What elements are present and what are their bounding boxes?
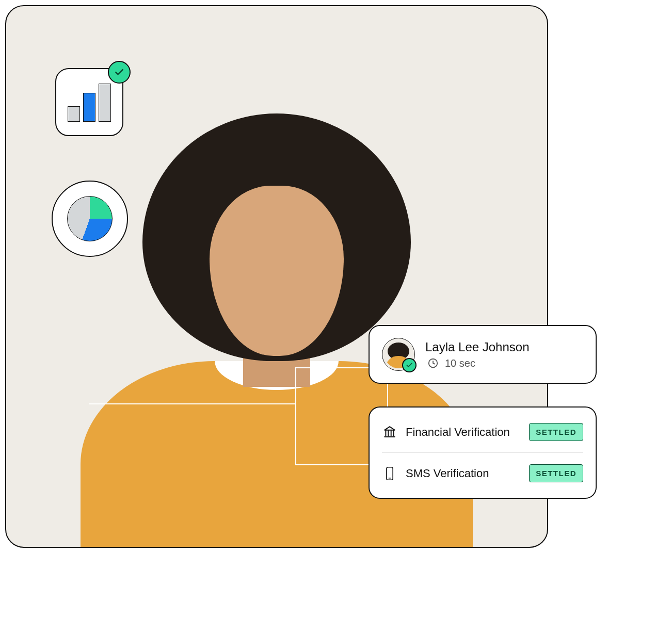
avatar xyxy=(382,338,415,371)
clock-icon xyxy=(425,357,441,369)
pie-chart-card xyxy=(52,181,128,257)
verification-row-financial: Financial Verification SETTLED xyxy=(382,412,583,452)
verification-label: SMS Verification xyxy=(406,467,489,480)
user-time: 10 sec xyxy=(425,357,530,369)
verification-row-sms: SMS Verification SETTLED xyxy=(382,452,583,494)
phone-icon xyxy=(382,466,397,481)
bank-icon xyxy=(382,426,397,439)
verified-check-icon xyxy=(402,358,417,372)
status-badge: SETTLED xyxy=(529,423,583,441)
checkmark-badge-icon xyxy=(108,61,131,84)
connector-line xyxy=(89,403,295,404)
verification-card: Financial Verification SETTLED SMS Verif… xyxy=(369,406,597,499)
svg-marker-1 xyxy=(385,427,395,430)
user-name: Layla Lee Johnson xyxy=(425,340,530,354)
pie-chart-icon xyxy=(67,196,113,241)
bar-chart-icon xyxy=(68,84,111,122)
bar-chart-card xyxy=(55,68,123,136)
user-summary-card: Layla Lee Johnson 10 sec xyxy=(369,325,597,384)
verification-label: Financial Verification xyxy=(406,426,510,439)
status-badge: SETTLED xyxy=(529,464,583,482)
user-time-value: 10 sec xyxy=(445,357,475,369)
